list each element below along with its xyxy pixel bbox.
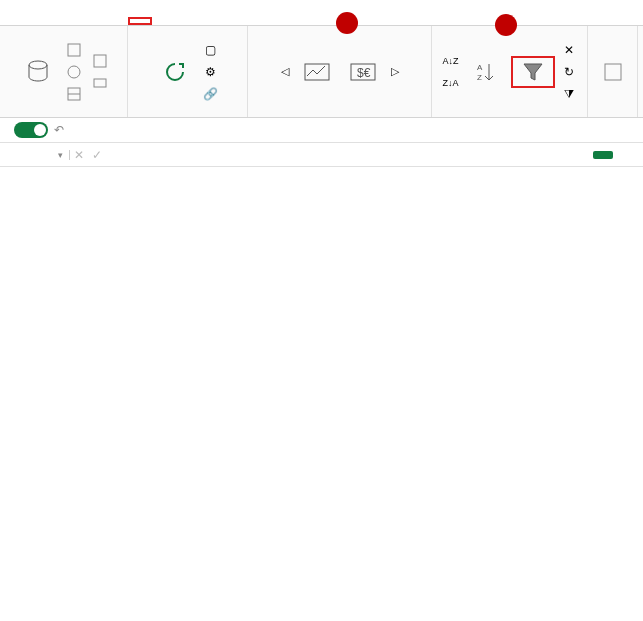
edit-links-icon[interactable]: 🔗 <box>201 84 221 104</box>
refresh-all-button[interactable] <box>153 56 197 88</box>
group-label-sort-filter <box>436 115 583 116</box>
group-label-data-types <box>252 115 427 116</box>
watermark <box>593 151 613 159</box>
sort-icon: AZ <box>475 58 499 86</box>
svg-rect-5 <box>94 55 106 67</box>
stocks-icon <box>303 58 331 86</box>
svg-rect-7 <box>305 64 329 80</box>
tab-review[interactable] <box>152 17 176 25</box>
currencies-button[interactable]: $€ <box>341 56 385 88</box>
group-label-get-transform <box>4 115 123 116</box>
ribbon-tabs <box>0 0 643 26</box>
tab-formulas[interactable] <box>104 17 128 25</box>
sort-desc-icon[interactable]: Z↓A <box>441 73 461 93</box>
advanced-icon[interactable]: ⧩ <box>559 84 579 104</box>
autosave-bar: ↶ <box>0 118 643 143</box>
callout-3 <box>495 14 517 36</box>
ribbon-body: ▢ ⚙ 🔗 ◁ $€ ▷ A↓Z Z↓A <box>0 26 643 118</box>
currencies-icon: $€ <box>349 58 377 86</box>
tab-file[interactable] <box>8 17 32 25</box>
svg-rect-1 <box>68 44 80 56</box>
stocks-button[interactable] <box>295 56 339 88</box>
group-label-queries <box>132 115 243 116</box>
svg-text:$€: $€ <box>357 66 371 80</box>
funnel-icon <box>521 58 545 86</box>
autosave-toggle[interactable] <box>14 122 48 138</box>
tab-pagelayout[interactable] <box>80 17 104 25</box>
prev-datatype-icon[interactable]: ◁ <box>277 63 293 80</box>
formula-bar: ▾ ✕ ✓ <box>0 143 643 167</box>
from-web-icon[interactable] <box>64 62 84 82</box>
refresh-icon <box>163 58 187 86</box>
tab-insert[interactable] <box>56 17 80 25</box>
undo-icon[interactable]: ↶ <box>54 123 64 137</box>
svg-text:Z: Z <box>477 73 482 82</box>
sort-asc-icon[interactable]: A↓Z <box>441 51 461 71</box>
tab-view[interactable] <box>176 17 200 25</box>
existing-conn-icon[interactable] <box>90 73 110 93</box>
from-table-icon[interactable] <box>64 84 84 104</box>
svg-rect-6 <box>94 79 106 87</box>
cancel-icon[interactable]: ✕ <box>70 148 88 162</box>
reapply-icon[interactable]: ↻ <box>559 62 579 82</box>
properties-icon[interactable]: ⚙ <box>201 62 221 82</box>
filter-button[interactable] <box>511 56 555 88</box>
next-datatype-icon[interactable]: ▷ <box>387 63 403 80</box>
svg-rect-12 <box>605 64 621 80</box>
enter-icon[interactable]: ✓ <box>88 148 106 162</box>
tools-icon <box>602 58 624 86</box>
database-icon <box>27 58 49 86</box>
tab-data[interactable] <box>128 17 152 25</box>
tab-home[interactable] <box>32 17 56 25</box>
name-box[interactable]: ▾ <box>0 150 70 160</box>
data-tools-button[interactable] <box>591 56 635 88</box>
queries-icon[interactable]: ▢ <box>201 40 221 60</box>
svg-text:A: A <box>477 63 483 72</box>
from-text-icon[interactable] <box>64 40 84 60</box>
clear-filter-icon[interactable]: ✕ <box>559 40 579 60</box>
group-label-data-tools <box>592 115 633 116</box>
callout-2 <box>336 12 358 34</box>
svg-point-0 <box>29 61 47 69</box>
sort-button[interactable]: AZ <box>465 56 509 88</box>
get-data-button[interactable] <box>16 56 60 88</box>
svg-point-2 <box>68 66 80 78</box>
recent-sources-icon[interactable] <box>90 51 110 71</box>
tab-developer[interactable] <box>200 17 224 25</box>
